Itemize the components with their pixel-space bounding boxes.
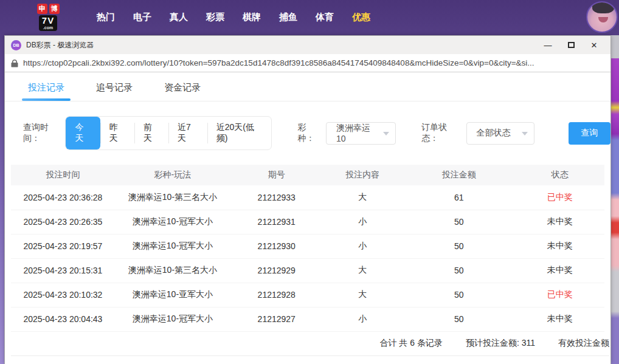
nav-item-hot[interactable]: 热门: [88, 7, 124, 28]
header-bet-content: 投注内容: [322, 165, 403, 185]
window-controls: — ✕: [536, 36, 606, 53]
status-badge: 已中奖: [516, 185, 604, 210]
cell-content: 大: [322, 185, 403, 210]
lottery-select-value: 澳洲幸运10: [336, 123, 377, 143]
cell-issue: 21212933: [230, 185, 322, 210]
tab-bet-records[interactable]: 投注记录: [28, 82, 64, 101]
background-banner-strip: [611, 35, 619, 364]
cell-content: 小: [322, 210, 403, 234]
cell-amount: 50: [403, 307, 515, 331]
table-row: 2025-04-23 20:26:35 澳洲幸运10-冠军大小 21212931…: [11, 210, 604, 234]
time-option-7days[interactable]: 近7天: [168, 117, 207, 149]
header-issue: 期号: [230, 165, 322, 185]
page-content: 投注记录 追号记录 资金记录 查询时间： 今天 昨天 前天 近7天 近20天(低…: [5, 73, 610, 364]
table-row: 2025-04-23 20:04:43 澳洲幸运10-冠军大小 21212927…: [11, 307, 604, 331]
close-button[interactable]: ✕: [583, 36, 606, 53]
maximize-button[interactable]: [559, 36, 583, 53]
nav-item-cards[interactable]: 棋牌: [233, 7, 270, 28]
cell-game: 澳洲幸运10-亚军大小: [115, 283, 230, 307]
cell-content: 小: [322, 307, 403, 331]
cell-amount: 50: [403, 234, 515, 258]
status-select-wrap: 全部状态: [466, 122, 534, 145]
browser-window: DB DB彩票 - 极速浏览器 — ✕ https://ctop02pcali.…: [4, 35, 611, 364]
header-bet-amount: 投注金额: [403, 165, 515, 185]
cell-time: 2025-04-23 20:15:31: [11, 258, 115, 283]
header-status: 状态: [516, 165, 604, 185]
maximize-icon: [568, 42, 575, 48]
footer-expected-amount: 预计投注金额: 311: [466, 338, 535, 349]
cell-time: 2025-04-23 20:19:57: [11, 234, 115, 258]
table-row: 2025-04-23 20:19:57 澳洲幸运10-冠军大小 21212930…: [11, 234, 604, 258]
cell-game: 澳洲幸运10-冠军大小: [115, 234, 230, 258]
time-option-daybefore[interactable]: 前天: [134, 117, 168, 149]
screen: 申 博 7V .com 热门 电子 真人 彩票 棋牌 捕鱼 体育 优惠 DB D…: [0, 0, 619, 364]
chevron-down-icon: [522, 132, 528, 136]
table-row: 2025-04-23 20:15:31 澳洲幸运10-第三名大小 2121292…: [11, 258, 604, 283]
status-filter-label: 订单状态：: [421, 122, 462, 144]
cell-issue: 21212931: [230, 210, 322, 234]
cell-content: 小: [322, 234, 403, 258]
bet-records-table: 投注时间 彩种-玩法 期号 投注内容 投注金额 状态 2025-04-23 20…: [11, 165, 604, 332]
table-header-row: 投注时间 彩种-玩法 期号 投注内容 投注金额 状态: [11, 165, 604, 185]
address-bar[interactable]: https://ctop02pcali.2kbxi392.com/lottery…: [5, 54, 610, 72]
tab-chase-records[interactable]: 追号记录: [96, 82, 133, 101]
cell-amount: 61: [403, 185, 515, 210]
window-title: DB彩票 - 极速浏览器: [26, 40, 536, 50]
time-option-yesterday[interactable]: 昨天: [100, 117, 134, 149]
minimize-button[interactable]: —: [536, 36, 559, 53]
cell-time: 2025-04-23 20:04:43: [11, 307, 115, 331]
status-badge: 未中奖: [516, 307, 604, 331]
nav-item-promo[interactable]: 优惠: [343, 7, 379, 28]
favicon-icon: DB: [11, 40, 21, 50]
time-filter-label: 查询时间：: [23, 122, 64, 144]
cell-issue: 21212928: [230, 283, 322, 307]
user-avatar[interactable]: [586, 1, 618, 33]
time-range-group: 今天 昨天 前天 近7天 近20天(低频): [65, 116, 272, 150]
table-footer: 合计 共 6 条记录 预计投注金额: 311 有效投注金额: [11, 332, 609, 356]
status-badge: 未中奖: [516, 210, 604, 234]
status-select-value: 全部状态: [477, 128, 511, 139]
nav-item-live[interactable]: 真人: [161, 7, 197, 28]
cell-issue: 21212930: [230, 234, 322, 258]
cell-content: 大: [322, 258, 403, 283]
query-button[interactable]: 查询: [569, 122, 610, 145]
header-game-play: 彩种-玩法: [115, 165, 230, 185]
url-text[interactable]: https://ctop02pcali.2kbxi392.com/lottery…: [23, 58, 534, 67]
status-badge: 未中奖: [516, 258, 604, 283]
chevron-down-icon: [383, 132, 389, 136]
footer-valid-amount: 有效投注金额: [558, 338, 609, 349]
nav-menu: 热门 电子 真人 彩票 棋牌 捕鱼 体育 优惠: [88, 7, 379, 28]
logo-badges: 申 博: [37, 4, 60, 14]
cell-issue: 21212929: [230, 258, 322, 283]
cell-time: 2025-04-23 20:10:32: [11, 283, 115, 307]
lock-icon: [11, 59, 18, 67]
nav-item-lottery[interactable]: 彩票: [197, 7, 233, 28]
logo-wordmark: 7V .com: [39, 15, 57, 31]
logo-badge-1: 申: [37, 4, 47, 14]
window-titlebar[interactable]: DB DB彩票 - 极速浏览器 — ✕: [5, 36, 610, 54]
cell-amount: 50: [403, 210, 515, 234]
status-badge: 已中奖: [516, 283, 604, 307]
header-bet-time: 投注时间: [11, 165, 115, 185]
cell-time: 2025-04-23 20:36:28: [11, 185, 115, 210]
time-option-today[interactable]: 今天: [66, 117, 100, 149]
cell-issue: 21212927: [230, 307, 322, 331]
table-row: 2025-04-23 20:10:32 澳洲幸运10-亚军大小 21212928…: [11, 283, 604, 307]
cell-time: 2025-04-23 20:26:35: [11, 210, 115, 234]
nav-item-fishing[interactable]: 捕鱼: [270, 7, 306, 28]
lottery-filter-label: 彩种：: [297, 122, 322, 144]
time-option-20days[interactable]: 近20天(低频): [207, 117, 272, 149]
nav-item-sports[interactable]: 体育: [306, 7, 343, 28]
logo-badge-2: 博: [49, 4, 60, 14]
cell-game: 澳洲幸运10-冠军大小: [115, 210, 230, 234]
cell-amount: 50: [403, 283, 515, 307]
record-tabs: 投注记录 追号记录 资金记录: [5, 73, 610, 101]
top-navigation: 申 博 7V .com 热门 电子 真人 彩票 棋牌 捕鱼 体育 优惠: [0, 0, 619, 35]
cell-amount: 50: [403, 258, 515, 283]
lottery-select-wrap: 澳洲幸运10: [326, 122, 396, 145]
cell-content: 大: [322, 283, 403, 307]
nav-item-slots[interactable]: 电子: [124, 7, 161, 28]
tab-fund-records[interactable]: 资金记录: [164, 82, 201, 101]
table-row: 2025-04-23 20:36:28 澳洲幸运10-第三名大小 2121293…: [11, 185, 604, 210]
site-logo[interactable]: 申 博 7V .com: [29, 4, 67, 31]
